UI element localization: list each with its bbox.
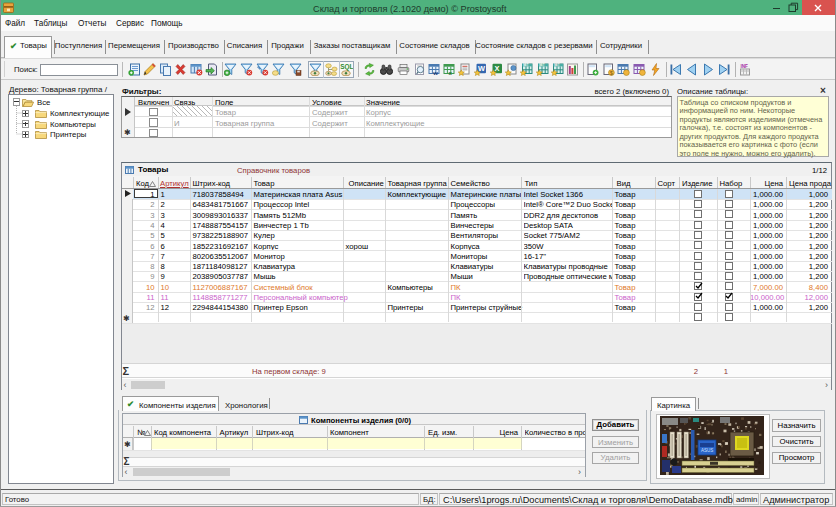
svg-text:SET: SET [523,63,529,67]
svg-text:ASUS: ASUS [701,448,713,453]
svg-text:SET: SET [554,63,560,67]
svg-text:w: w [432,70,438,76]
svg-text:SQL: SQL [340,63,353,71]
svg-text:SET: SET [539,63,545,67]
svg-text:$: $ [610,70,613,76]
svg-text:INF: INF [740,64,748,69]
